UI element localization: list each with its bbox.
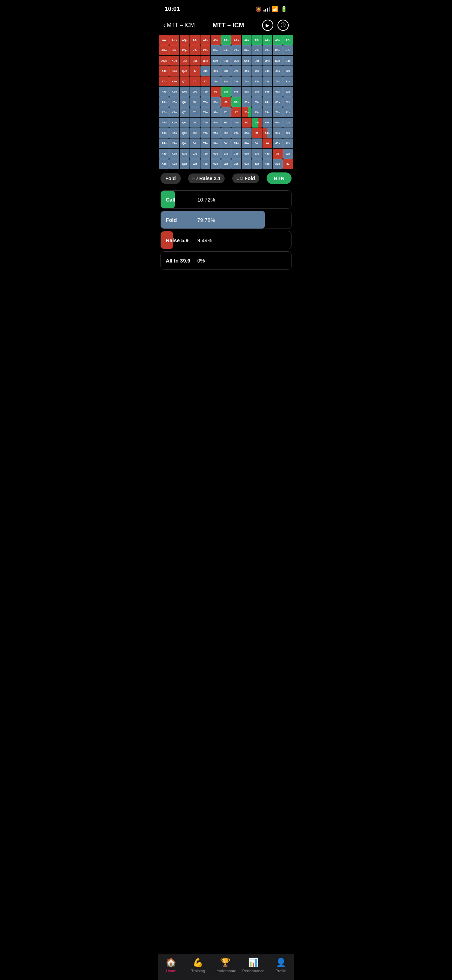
- hand-cell-82s[interactable]: 82s: [283, 97, 293, 107]
- hand-cell-j6o[interactable]: J6o: [190, 118, 200, 127]
- hand-cell-j5o[interactable]: J5o: [190, 128, 200, 138]
- hand-cell-k3o[interactable]: K3o: [169, 149, 179, 158]
- hand-cell-q9s[interactable]: Q9s: [210, 56, 220, 65]
- hand-cell-a5o[interactable]: A5o: [159, 128, 169, 138]
- hand-cell-q6o[interactable]: Q6o: [180, 118, 189, 127]
- hand-cell-k7o[interactable]: K7o: [169, 107, 179, 117]
- hand-cell-qjo[interactable]: QJo: [180, 66, 189, 76]
- hand-cell-aqo[interactable]: AQo: [159, 56, 169, 65]
- play-button[interactable]: ▶: [262, 20, 273, 31]
- hand-cell-q5s[interactable]: Q5s: [252, 56, 262, 65]
- hand-cell-j4s[interactable]: J4s: [263, 66, 272, 76]
- hand-cell-92o[interactable]: 92o: [210, 159, 220, 169]
- hand-cell-t2s[interactable]: T2s: [283, 76, 293, 86]
- hand-cell-k8s[interactable]: K8s: [221, 45, 231, 55]
- hand-cell-a4o[interactable]: A4o: [159, 138, 169, 148]
- hand-cell-a5s[interactable]: A5s: [252, 35, 262, 45]
- hand-cell-q2s[interactable]: Q2s: [283, 56, 293, 65]
- hand-cell-t4o[interactable]: T4o: [201, 138, 210, 148]
- hand-cell-t3o[interactable]: T3o: [201, 149, 210, 158]
- hand-cell-t3s[interactable]: T3s: [272, 76, 282, 86]
- hand-cell-73o[interactable]: 73o: [231, 149, 241, 158]
- hand-cell-a3s[interactable]: A3s: [272, 35, 282, 45]
- hand-cell-63o[interactable]: 63o: [242, 149, 251, 158]
- hand-cell-q4s[interactable]: Q4s: [263, 56, 272, 65]
- hand-cell-43s[interactable]: 43s: [272, 138, 282, 148]
- hand-cell-a9o[interactable]: A9o: [159, 87, 169, 96]
- hand-cell-k9o[interactable]: K9o: [169, 87, 179, 96]
- hand-cell-t7o[interactable]: T7o: [201, 107, 210, 117]
- hand-cell-a7o[interactable]: A7o: [159, 107, 169, 117]
- hand-cell-k7s[interactable]: K7s: [231, 45, 241, 55]
- hand-cell-a8s[interactable]: A8s: [221, 35, 231, 45]
- hand-cell-96s[interactable]: 96s: [242, 87, 251, 96]
- hand-cell-t2o[interactable]: T2o: [201, 159, 210, 169]
- hand-cell-q7s[interactable]: Q7s: [231, 56, 241, 65]
- hand-cell-q4o[interactable]: Q4o: [180, 138, 189, 148]
- hand-cell-j4o[interactable]: J4o: [190, 138, 200, 148]
- hand-cell-95s[interactable]: 95s: [252, 87, 262, 96]
- hand-cell-k5s[interactable]: K5s: [252, 45, 262, 55]
- hand-cell-64s[interactable]: 64s: [263, 118, 272, 127]
- hand-cell-86s[interactable]: 86s: [242, 97, 251, 107]
- hand-cell-j9o[interactable]: J9o: [190, 87, 200, 96]
- info-button[interactable]: ⓘ: [277, 20, 289, 31]
- hand-cell-t6o[interactable]: T6o: [201, 118, 210, 127]
- hand-cell-q5o[interactable]: Q5o: [180, 128, 189, 138]
- hand-cell-t5s[interactable]: T5s: [252, 76, 262, 86]
- hand-cell-j6s[interactable]: J6s: [242, 66, 251, 76]
- hand-cell-k2o[interactable]: K2o: [169, 159, 179, 169]
- hand-cell-j3s[interactable]: J3s: [272, 66, 282, 76]
- hand-cell-33[interactable]: 33: [272, 149, 282, 158]
- hand-cell-62s[interactable]: 62s: [283, 118, 293, 127]
- hand-cell-42o[interactable]: 42o: [263, 159, 272, 169]
- hand-cell-q2o[interactable]: Q2o: [180, 159, 189, 169]
- hand-cell-j2s[interactable]: J2s: [283, 66, 293, 76]
- hand-cell-97o[interactable]: 97o: [210, 107, 220, 117]
- hand-cell-53s[interactable]: 53s: [272, 128, 282, 138]
- hand-cell-j7o[interactable]: J7o: [190, 107, 200, 117]
- hand-cell-kto[interactable]: KTo: [169, 76, 179, 86]
- hand-cell-98o[interactable]: 98o: [210, 97, 220, 107]
- hand-cell-65o[interactable]: 65o: [242, 128, 251, 138]
- hand-cell-a9s[interactable]: A9s: [210, 35, 220, 45]
- hand-cell-j7s[interactable]: J7s: [231, 66, 241, 76]
- hand-cell-jj[interactable]: JJ: [190, 66, 200, 76]
- hand-cell-97s[interactable]: 97s: [231, 87, 241, 96]
- hand-cell-q6s[interactable]: Q6s: [242, 56, 251, 65]
- hand-cell-jts[interactable]: JTs: [201, 66, 210, 76]
- hand-cell-55[interactable]: 55: [252, 128, 262, 138]
- hand-cell-77[interactable]: 77: [231, 107, 241, 117]
- co-group[interactable]: CO Fold: [232, 173, 259, 183]
- hand-cell-k4s[interactable]: K4s: [263, 45, 272, 55]
- hand-cell-64o[interactable]: 64o: [242, 138, 251, 148]
- hand-cell-qto[interactable]: QTo: [180, 76, 189, 86]
- hand-cell-87s[interactable]: 87s: [231, 97, 241, 107]
- hand-cell-kqo[interactable]: KQo: [169, 56, 179, 65]
- hand-cell-k6s[interactable]: K6s: [242, 45, 251, 55]
- hand-cell-84s[interactable]: 84s: [263, 97, 272, 107]
- hand-cell-42s[interactable]: 42s: [283, 138, 293, 148]
- hand-cell-ajs[interactable]: AJs: [190, 35, 200, 45]
- hand-cell-t5o[interactable]: T5o: [201, 128, 210, 138]
- hand-cell-t6s[interactable]: T6s: [242, 76, 251, 86]
- hand-cell-a6s[interactable]: A6s: [242, 35, 251, 45]
- hand-cell-53o[interactable]: 53o: [252, 149, 262, 158]
- hand-cell-t9o[interactable]: T9o: [201, 87, 210, 96]
- nav-back-button[interactable]: ‹ MTT – ICM: [163, 22, 195, 29]
- hand-cell-kjs[interactable]: KJs: [190, 45, 200, 55]
- hand-cell-74o[interactable]: 74o: [231, 138, 241, 148]
- hand-cell-99[interactable]: 99: [210, 87, 220, 96]
- hand-cell-kts[interactable]: KTs: [201, 45, 210, 55]
- hand-cell-a3o[interactable]: A3o: [159, 149, 169, 158]
- hand-cell-k6o[interactable]: K6o: [169, 118, 179, 127]
- hand-cell-qts[interactable]: QTs: [201, 56, 210, 65]
- hand-cell-a6o[interactable]: A6o: [159, 118, 169, 127]
- hand-cell-k3s[interactable]: K3s: [272, 45, 282, 55]
- hand-cell-95o[interactable]: 95o: [210, 128, 220, 138]
- hand-cell-65s[interactable]: 65s: [252, 118, 262, 127]
- hand-cell-ako[interactable]: AKo: [159, 45, 169, 55]
- hand-cell-t8o[interactable]: T8o: [201, 97, 210, 107]
- action-bar-all-in-39.9[interactable]: All In 39.90%: [161, 251, 291, 269]
- hand-cell-j2o[interactable]: J2o: [190, 159, 200, 169]
